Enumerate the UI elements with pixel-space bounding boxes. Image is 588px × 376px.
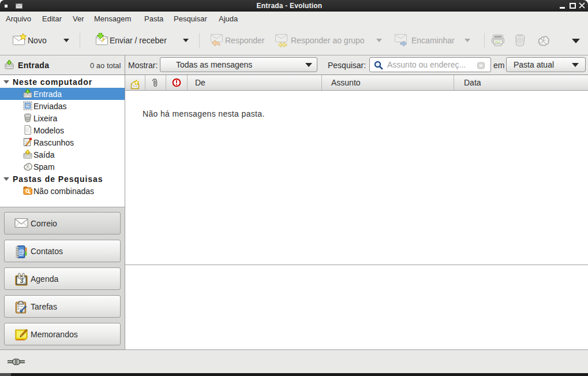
svg-text:3: 3 <box>20 277 24 284</box>
